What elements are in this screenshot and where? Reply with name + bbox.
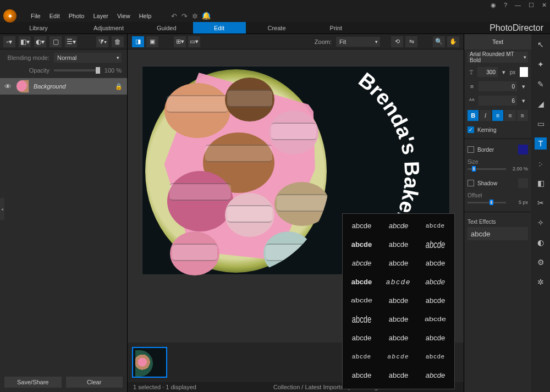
zoom-select[interactable]: Fit bbox=[336, 37, 380, 47]
settings-tool[interactable]: ✲ bbox=[535, 276, 547, 288]
flip-button[interactable]: ⇋ bbox=[405, 36, 417, 47]
zoom-tool-button[interactable]: 🔍 bbox=[433, 36, 445, 47]
menu-view[interactable]: View bbox=[117, 13, 130, 19]
filmstrip-thumbnail[interactable] bbox=[132, 347, 167, 378]
move-tool[interactable]: ↖ bbox=[535, 38, 547, 51]
fx-option[interactable]: abcde bbox=[344, 307, 380, 330]
fx-option[interactable]: abcde bbox=[417, 367, 453, 383]
fx-option[interactable]: abcde bbox=[344, 348, 380, 365]
italic-button[interactable]: I bbox=[480, 110, 491, 121]
lock-icon[interactable]: 🔒 bbox=[115, 83, 123, 90]
text-color-swatch[interactable] bbox=[520, 67, 528, 77]
help-icon[interactable]: ? bbox=[504, 2, 507, 8]
fx-option[interactable]: abcde bbox=[344, 217, 380, 234]
offset-slider[interactable] bbox=[468, 202, 506, 203]
fx-option[interactable]: abcde bbox=[344, 329, 380, 346]
redo-icon[interactable]: ↷ bbox=[182, 12, 188, 20]
minimize-icon[interactable]: — bbox=[515, 2, 521, 8]
close-icon[interactable]: ✕ bbox=[542, 2, 547, 9]
fx-option[interactable]: abcde bbox=[342, 292, 385, 308]
shape-tool[interactable]: ▭ bbox=[535, 118, 547, 130]
leading-input[interactable]: 0 bbox=[479, 81, 517, 91]
bold-button[interactable]: B bbox=[468, 110, 479, 121]
clear-button[interactable]: Clear bbox=[66, 377, 123, 388]
leading-dropdown[interactable]: ▾ bbox=[519, 81, 528, 91]
tab-library[interactable]: Library bbox=[0, 22, 77, 34]
view-mode-1[interactable]: ◨ bbox=[132, 36, 144, 47]
align-center-button[interactable]: ≡ bbox=[504, 110, 515, 121]
fx-option[interactable]: abcde bbox=[381, 367, 416, 383]
fx-option[interactable]: abcde bbox=[381, 329, 416, 346]
magic-tool[interactable]: ✦ bbox=[535, 58, 547, 70]
fx-option[interactable]: abcde bbox=[381, 236, 416, 252]
fx-option[interactable]: abcde bbox=[381, 348, 416, 365]
fx-option[interactable]: abcde bbox=[381, 311, 416, 327]
border-checkbox[interactable] bbox=[468, 146, 474, 153]
align-left-button[interactable]: ≡ bbox=[492, 110, 503, 121]
brush-tool[interactable]: ✎ bbox=[535, 78, 547, 90]
font-size-input[interactable]: 300 bbox=[477, 67, 498, 77]
fx-option[interactable]: abcde bbox=[344, 385, 380, 389]
size-dropdown[interactable]: ▾ bbox=[500, 67, 508, 77]
undo-icon[interactable]: ↶ bbox=[171, 12, 177, 20]
align-right-button[interactable]: ≡ bbox=[517, 110, 528, 121]
fx-option[interactable]: abcde bbox=[344, 255, 380, 271]
notification-icon[interactable]: 🔔 bbox=[202, 12, 210, 20]
fx-option[interactable]: abcde bbox=[344, 367, 380, 383]
fx-option[interactable]: abcde bbox=[417, 329, 453, 346]
display-button[interactable]: ▭▾ bbox=[188, 36, 200, 47]
tracking-dropdown[interactable]: ▾ bbox=[519, 96, 528, 106]
menu-photo[interactable]: Photo bbox=[69, 13, 85, 19]
sparkle-tool[interactable]: ✧ bbox=[535, 217, 547, 229]
menu-edit[interactable]: Edit bbox=[50, 13, 60, 19]
visibility-icon[interactable]: 👁 bbox=[4, 82, 12, 91]
shadow-color-swatch[interactable] bbox=[518, 178, 528, 188]
fx-option[interactable]: abcde bbox=[344, 236, 380, 252]
contrast-tool[interactable]: ◐ bbox=[535, 236, 547, 249]
fx-option[interactable]: abcde bbox=[381, 292, 416, 308]
fx-option[interactable]: abcde bbox=[417, 217, 453, 234]
fx-option[interactable]: abcde bbox=[417, 292, 453, 308]
add-layer-button[interactable]: ▫▾ bbox=[3, 36, 15, 47]
fx-option[interactable]: abcde bbox=[417, 233, 453, 256]
fx-option[interactable]: abcde bbox=[417, 255, 453, 271]
maximize-icon[interactable]: ☐ bbox=[529, 2, 534, 9]
shadow-checkbox[interactable] bbox=[468, 180, 474, 186]
tab-edit[interactable]: Edit bbox=[193, 22, 246, 34]
gear-icon[interactable]: ✲ bbox=[192, 12, 198, 20]
view-mode-2[interactable]: ▣ bbox=[146, 36, 158, 47]
tab-adjustment[interactable]: Adjustment bbox=[77, 22, 140, 34]
fx-option[interactable]: abcde bbox=[416, 273, 455, 290]
mask-button[interactable]: ◐▾ bbox=[34, 36, 46, 47]
layer-row-background[interactable]: 👁 Background 🔒 bbox=[0, 78, 127, 95]
blending-mode-select[interactable]: Normal bbox=[54, 53, 122, 63]
menu-help[interactable]: Help bbox=[139, 13, 152, 19]
font-select[interactable]: Arial Rounded MT Bold bbox=[468, 52, 528, 63]
group-button[interactable]: ▢ bbox=[50, 36, 62, 47]
filter-button[interactable]: ⧩▾ bbox=[96, 36, 108, 47]
fx-option[interactable]: abcde bbox=[344, 273, 380, 290]
left-collapse-handle[interactable]: ◂ bbox=[0, 198, 4, 220]
eraser-tool[interactable]: ◢ bbox=[535, 98, 547, 110]
user-icon[interactable]: ◉ bbox=[491, 2, 496, 9]
menu-file[interactable]: File bbox=[31, 13, 41, 19]
pan-tool-button[interactable]: ✋ bbox=[447, 36, 459, 47]
rotate-left-button[interactable]: ⟲ bbox=[391, 36, 403, 47]
crop-tool[interactable]: ✂ bbox=[535, 197, 547, 209]
fill-tool[interactable]: ჻ bbox=[535, 157, 547, 169]
border-color-swatch[interactable] bbox=[518, 145, 528, 154]
border-size-slider[interactable] bbox=[468, 168, 506, 170]
save-share-button[interactable]: Save/Share bbox=[4, 377, 62, 388]
fx-option[interactable]: abcde bbox=[381, 273, 416, 290]
add-image-button[interactable]: ◧▾ bbox=[19, 36, 31, 47]
adjust-tool[interactable]: ⚙ bbox=[535, 256, 547, 268]
tracking-input[interactable]: 6 bbox=[479, 96, 517, 106]
grid-button[interactable]: ⊞▾ bbox=[174, 36, 186, 47]
kerning-checkbox[interactable]: ✓ bbox=[468, 126, 474, 133]
fx-option[interactable]: abcde bbox=[381, 255, 416, 271]
delete-layer-button[interactable]: 🗑 bbox=[112, 36, 124, 47]
menu-layer[interactable]: Layer bbox=[93, 13, 108, 19]
opacity-slider[interactable] bbox=[54, 69, 100, 71]
text-tool[interactable]: T bbox=[535, 137, 547, 150]
fx-option[interactable]: abcde bbox=[412, 311, 455, 327]
